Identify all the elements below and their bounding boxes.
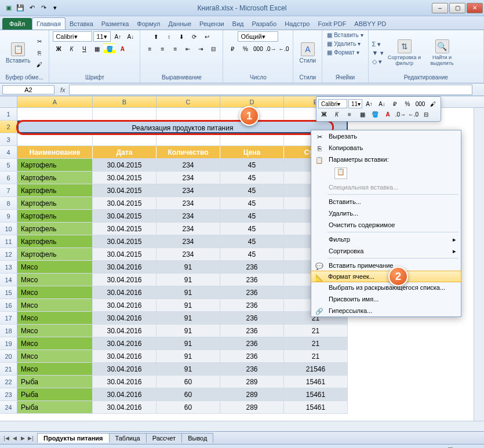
cell[interactable]: 234 [157,197,220,210]
row-header[interactable]: 9 [0,210,17,223]
mini-merge-icon[interactable]: ⊟ [420,109,432,119]
tab-insert[interactable]: Вставка [65,18,97,30]
orientation-icon[interactable]: ⟳ [188,31,200,42]
mini-format-painter-icon[interactable]: 🖌 [427,99,439,109]
cell[interactable]: Картофель [17,172,93,184]
cell[interactable]: 91 [157,350,220,363]
increase-decimal-icon[interactable]: .0→ [265,43,276,54]
row-header[interactable]: 1 [0,108,17,121]
mini-font-size[interactable]: 11 ▾ [348,99,362,108]
sort-filter-button[interactable]: ⇅ Сортировка и фильтр [385,38,424,67]
cell[interactable]: 234 [157,184,220,197]
cell[interactable]: 21 [284,337,348,350]
cell[interactable]: 289 [220,401,284,414]
cell[interactable]: 15461 [284,376,348,388]
row-header[interactable]: 15 [0,286,17,299]
cell[interactable]: 30.04.2016 [93,325,157,337]
cell[interactable]: Картофель [17,235,93,248]
clear-icon[interactable]: ◇ ▾ [372,58,384,65]
cell[interactable]: 45 [220,223,284,235]
cell[interactable]: 45 [220,197,284,210]
row-header[interactable]: 16 [0,299,17,312]
cell[interactable]: Наименование [17,146,93,159]
row-header[interactable]: 21 [0,363,17,376]
redo-icon[interactable]: ↷ [38,3,49,13]
ctx-filter[interactable]: Фильтр▸ [311,234,461,245]
row-header[interactable]: 20 [0,350,17,363]
row-header[interactable]: 23 [0,388,17,401]
indent-inc-icon[interactable]: ⇥ [195,43,206,54]
col-header[interactable]: A [17,96,93,107]
row-header[interactable]: 6 [0,172,17,184]
row-header[interactable]: 11 [0,235,17,248]
cell[interactable]: Картофель [17,184,93,197]
cell[interactable]: 30.04.2016 [93,376,157,388]
cell[interactable] [157,133,220,146]
italic-button[interactable]: К [65,43,77,54]
styles-button[interactable]: A Стили [297,41,318,65]
cell[interactable]: Картофель [17,210,93,223]
cell[interactable]: 30.04.2015 [93,197,157,210]
mini-font-name[interactable]: Calibri ▾ [318,99,347,108]
cell[interactable] [17,108,93,121]
cell[interactable]: 236 [220,299,284,312]
tab-data[interactable]: Данные [164,18,195,30]
cell[interactable]: 30.04.2016 [93,337,157,350]
currency-icon[interactable]: ₽ [227,43,238,54]
row-header[interactable]: 17 [0,312,17,325]
ctx-format-cells[interactable]: 📐Формат ячеек... [311,271,461,282]
cell[interactable]: Картофель [17,223,93,235]
shrink-font-icon[interactable]: A↓ [125,31,136,42]
ctx-sort[interactable]: Сортировка▸ [311,245,461,257]
row-header[interactable]: 12 [0,248,17,261]
cells-insert-button[interactable]: ▦ Вставить ▾ [326,31,364,39]
cell[interactable]: 234 [157,210,220,223]
cell[interactable]: 91 [157,312,220,325]
mini-grow-font-icon[interactable]: A↑ [363,99,375,109]
tab-formulas[interactable]: Формул [133,18,164,30]
ctx-define-name[interactable]: Присвоить имя... [311,293,461,305]
row-header[interactable]: 8 [0,197,17,210]
cell[interactable]: 91 [157,299,220,312]
cell[interactable]: Цена [220,146,284,159]
ctx-cut[interactable]: ✂Вырезать [311,130,461,142]
grow-font-icon[interactable]: A↑ [112,31,123,42]
cell[interactable]: 236 [220,363,284,376]
cell[interactable] [220,133,284,146]
cell[interactable]: 15461 [284,401,348,414]
mini-fill-color-icon[interactable]: 🪣 [369,109,381,119]
mini-border-icon[interactable]: ▦ [356,109,368,119]
ctx-hyperlink[interactable]: 🔗Гиперссылка... [311,305,461,316]
cell[interactable]: 91 [157,261,220,274]
cell[interactable]: 30.04.2016 [93,261,157,274]
cell[interactable]: 236 [220,286,284,299]
cell[interactable]: 30.04.2015 [93,210,157,223]
cells-area[interactable]: Реализация продуктов питанияНаименование… [17,108,348,414]
percent-icon[interactable]: % [239,43,251,54]
cell[interactable]: Дата [93,146,157,159]
cell[interactable]: 30.04.2016 [93,299,157,312]
cell[interactable] [93,108,157,121]
fill-icon[interactable]: ▼ ▾ [372,49,384,57]
cell[interactable]: Количество [157,146,220,159]
cell[interactable]: 91 [157,325,220,337]
cell[interactable]: 236 [220,350,284,363]
decrease-decimal-icon[interactable]: ←.0 [278,43,289,54]
cell[interactable]: Рыба [17,376,93,388]
cell[interactable]: 60 [157,401,220,414]
align-left-icon[interactable]: ≡ [144,43,155,54]
merged-title-cell[interactable]: Реализация продуктов питания [17,121,348,133]
cell[interactable]: 234 [157,248,220,261]
cell[interactable]: 45 [220,235,284,248]
cell[interactable]: Мясо [17,299,93,312]
cell[interactable]: 60 [157,388,220,401]
save-icon[interactable]: 💾 [15,3,26,13]
col-header[interactable]: C [157,96,220,107]
cell[interactable] [93,133,157,146]
cell[interactable] [157,108,220,121]
row-header[interactable]: 18 [0,325,17,337]
tab-abbyy[interactable]: ABBYY PD [350,18,390,30]
sheet-nav-prev-icon[interactable]: ◀ [10,435,19,441]
cells-delete-button[interactable]: ▦ Удалить ▾ [326,40,362,48]
close-button[interactable]: ✕ [467,3,483,13]
